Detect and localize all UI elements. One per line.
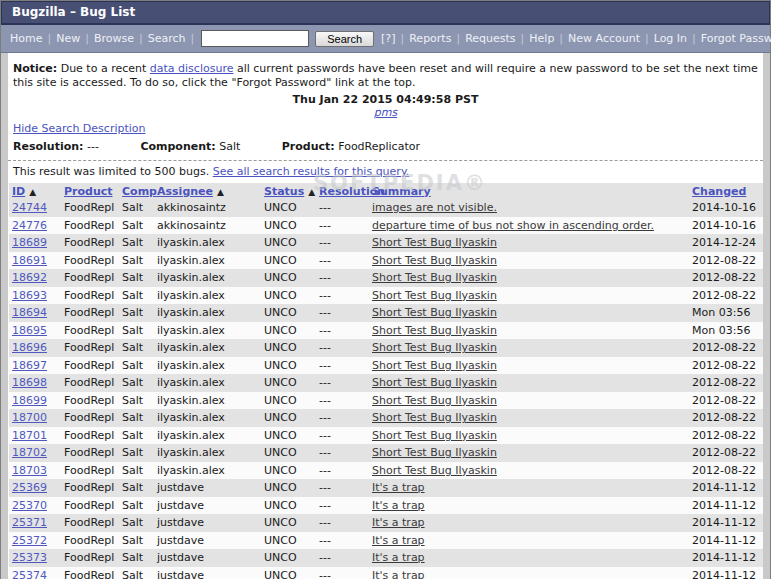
bug-summary-link[interactable]: Short Test Bug Ilyaskin <box>372 464 497 477</box>
nav-link-help[interactable]: Help <box>529 32 554 45</box>
bug-id-cell: 25370 <box>9 497 61 515</box>
bug-product-cell: FoodRepl <box>61 374 119 392</box>
bug-id-link[interactable]: 24744 <box>12 201 47 214</box>
bug-id-link[interactable]: 18702 <box>12 446 47 459</box>
bug-status-cell: UNCO <box>261 304 316 322</box>
nav-link-home[interactable]: Home <box>10 32 42 45</box>
column-header-id: ID▲ <box>9 183 61 199</box>
bug-summary-link[interactable]: Short Test Bug Ilyaskin <box>372 446 497 459</box>
bug-id-link[interactable]: 25369 <box>12 481 47 494</box>
bug-product-cell: FoodRepl <box>61 532 119 550</box>
see-all-results-link[interactable]: See all search results for this query. <box>213 165 410 178</box>
bug-id-link[interactable]: 25370 <box>12 499 47 512</box>
bug-summary-link[interactable]: Short Test Bug Ilyaskin <box>372 394 497 407</box>
sort-link-changed[interactable]: Changed <box>692 185 746 198</box>
bug-status-cell: UNCO <box>261 427 316 445</box>
bug-id-link[interactable]: 18695 <box>12 324 47 337</box>
bug-summary-link[interactable]: It's a trap <box>372 516 425 529</box>
search-button[interactable]: Search <box>315 31 374 47</box>
bug-id-cell: 25374 <box>9 567 61 579</box>
bug-summary-link[interactable]: It's a trap <box>372 481 425 494</box>
bug-id-cell: 25372 <box>9 532 61 550</box>
bug-assignee-cell: ilyaskin.alex <box>154 444 261 462</box>
bug-changed-cell: 2014-10-16 <box>689 217 763 235</box>
bug-id-link[interactable]: 18697 <box>12 359 47 372</box>
sort-link-assignee[interactable]: Assignee <box>157 185 213 198</box>
bug-status-cell: UNCO <box>261 374 316 392</box>
bug-id-link[interactable]: 25371 <box>12 516 47 529</box>
bug-summary-cell: It's a trap <box>369 532 689 550</box>
bug-id-link[interactable]: 25372 <box>12 534 47 547</box>
sort-link-comp[interactable]: Comp <box>122 185 157 198</box>
bug-summary-link[interactable]: Short Test Bug Ilyaskin <box>372 411 497 424</box>
bug-summary-link[interactable]: Short Test Bug Ilyaskin <box>372 254 497 267</box>
nav-link-reports[interactable]: Reports <box>409 32 451 45</box>
bug-summary-link[interactable]: It's a trap <box>372 499 425 512</box>
bug-summary-link[interactable]: Short Test Bug Ilyaskin <box>372 324 497 337</box>
bug-component-cell: Salt <box>119 269 154 287</box>
nav-link-forgot-password[interactable]: Forgot Password <box>701 32 771 45</box>
bug-summary-link[interactable]: images are not visible. <box>372 201 497 214</box>
nav-link-log-in[interactable]: Log In <box>654 32 687 45</box>
search-input[interactable] <box>201 30 309 47</box>
bug-summary-link[interactable]: Short Test Bug Ilyaskin <box>372 359 497 372</box>
bug-summary-link[interactable]: Short Test Bug Ilyaskin <box>372 271 497 284</box>
sort-link-id[interactable]: ID <box>12 185 25 198</box>
bug-summary-link[interactable]: It's a trap <box>372 534 425 547</box>
bug-summary-link[interactable]: Short Test Bug Ilyaskin <box>372 236 497 249</box>
bug-summary-link[interactable]: Short Test Bug Ilyaskin <box>372 306 497 319</box>
bug-id-link[interactable]: 18703 <box>12 464 47 477</box>
sort-link-product[interactable]: Product <box>64 185 113 198</box>
bug-id-link[interactable]: 18696 <box>12 341 47 354</box>
bug-id-link[interactable]: 18700 <box>12 411 47 424</box>
bug-id-link[interactable]: 18698 <box>12 376 47 389</box>
bug-id-link[interactable]: 18699 <box>12 394 47 407</box>
bug-table-header-row: ID▲ProductCompAssignee▲Status▲Resolution… <box>9 183 763 199</box>
bug-status-cell: UNCO <box>261 392 316 410</box>
bug-summary-link[interactable]: departure time of bus not show in ascend… <box>372 219 654 232</box>
bug-id-link[interactable]: 18691 <box>12 254 47 267</box>
bug-assignee-cell: justdave <box>154 479 261 497</box>
nav-link-new[interactable]: New <box>56 32 80 45</box>
nav-link-requests[interactable]: Requests <box>465 32 515 45</box>
bug-summary-link[interactable]: Short Test Bug Ilyaskin <box>372 376 497 389</box>
bug-summary-link[interactable]: It's a trap <box>372 551 425 564</box>
bug-resolution-cell: --- <box>316 549 369 567</box>
bug-product-cell: FoodRepl <box>61 497 119 515</box>
bug-product-cell: FoodRepl <box>61 322 119 340</box>
dashed-divider <box>8 160 763 161</box>
bug-changed-cell: 2014-11-12 <box>689 567 763 579</box>
nav-link-search[interactable]: Search <box>148 32 186 45</box>
data-disclosure-link[interactable]: data disclosure <box>150 62 234 75</box>
bug-product-cell: FoodRepl <box>61 409 119 427</box>
bug-id-link[interactable]: 25373 <box>12 551 47 564</box>
bug-summary-link[interactable]: Short Test Bug Ilyaskin <box>372 429 497 442</box>
column-header-assignee: Assignee▲ <box>154 183 261 199</box>
bug-product-cell: FoodRepl <box>61 252 119 270</box>
quicksearch-help-link[interactable]: [?] <box>381 32 395 45</box>
bug-summary-link[interactable]: It's a trap <box>372 569 425 579</box>
bug-component-cell: Salt <box>119 252 154 270</box>
bug-id-link[interactable]: 24776 <box>12 219 47 232</box>
sort-link-summary[interactable]: Summary <box>372 185 431 198</box>
nav-link-new-account[interactable]: New Account <box>568 32 640 45</box>
bug-id-link[interactable]: 18689 <box>12 236 47 249</box>
pms-link[interactable]: pms <box>374 106 397 119</box>
nav-link-browse[interactable]: Browse <box>94 32 134 45</box>
result-limit-row: This result was limited to 500 bugs. See… <box>8 165 763 178</box>
bug-summary-link[interactable]: Short Test Bug Ilyaskin <box>372 341 497 354</box>
bug-id-cell: 18703 <box>9 462 61 480</box>
bug-id-link[interactable]: 18701 <box>12 429 47 442</box>
bug-resolution-cell: --- <box>316 444 369 462</box>
bug-changed-cell: 2014-11-12 <box>689 549 763 567</box>
window-titlebar: Bugzilla – Bug List <box>1 1 770 25</box>
bug-summary-link[interactable]: Short Test Bug Ilyaskin <box>372 289 497 302</box>
bug-row: 18700FoodReplSaltilyaskin.alexUNCO---Sho… <box>9 409 763 427</box>
sort-link-status[interactable]: Status <box>264 185 304 198</box>
bug-id-link[interactable]: 18694 <box>12 306 47 319</box>
bug-id-link[interactable]: 18693 <box>12 289 47 302</box>
bug-resolution-cell: --- <box>316 567 369 579</box>
hide-search-description-link[interactable]: Hide Search Description <box>13 122 146 135</box>
bug-id-link[interactable]: 18692 <box>12 271 47 284</box>
bug-id-link[interactable]: 25374 <box>12 569 47 579</box>
